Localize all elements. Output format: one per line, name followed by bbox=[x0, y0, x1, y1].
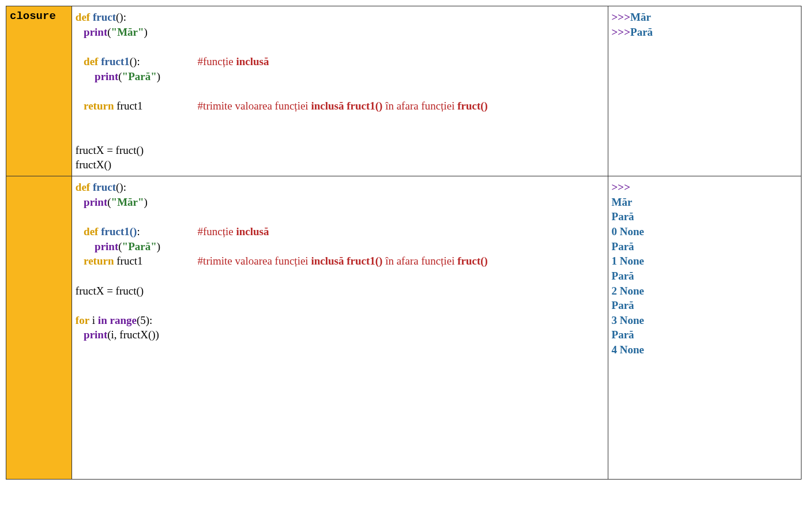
output-cell: >>> Măr Pară 0 None Pară 1 None Pară 2 N… bbox=[608, 176, 801, 480]
comment: în afara funcției bbox=[382, 100, 457, 112]
kw-def: def bbox=[84, 225, 98, 237]
ret-target: fruct1 bbox=[114, 100, 142, 112]
out-line: Pară bbox=[612, 240, 634, 252]
out-line: Măr bbox=[612, 196, 633, 208]
comment: #funcție bbox=[197, 225, 236, 237]
assign: fructX = fruct() bbox=[76, 144, 144, 156]
comment: în afara funcției bbox=[382, 255, 457, 267]
parens: (): bbox=[116, 11, 126, 23]
out-line: Măr bbox=[630, 11, 651, 23]
parens1: () bbox=[130, 225, 137, 237]
loop-close: ): bbox=[146, 314, 153, 326]
builtin-print: print bbox=[95, 70, 118, 82]
str-para: "Pară" bbox=[122, 240, 157, 252]
p-close: ) bbox=[144, 196, 148, 208]
comment: #trimite valoarea funcției bbox=[198, 100, 311, 112]
builtin-print: print bbox=[95, 240, 118, 252]
p-close: ) bbox=[157, 240, 160, 252]
kw-return: return bbox=[84, 100, 114, 112]
out-line: 4 None bbox=[612, 344, 644, 356]
label-text: closure bbox=[10, 10, 56, 22]
parens: (): bbox=[116, 181, 126, 193]
kw-def: def bbox=[76, 181, 90, 193]
comment-bold: fruct() bbox=[457, 100, 488, 112]
prompt: >>> bbox=[612, 26, 630, 38]
code-cell: def fruct(): print("Măr") def fruct1(): … bbox=[72, 6, 608, 176]
prompt: >>> bbox=[612, 181, 630, 193]
colon: : bbox=[137, 225, 140, 237]
ret-target: fruct1 bbox=[114, 255, 142, 267]
comment-bold: inclusă fruct1() bbox=[311, 255, 382, 267]
out-line: Pară bbox=[612, 299, 634, 311]
row-label-empty bbox=[6, 176, 72, 480]
kw-def: def bbox=[84, 55, 98, 67]
out-line: 1 None bbox=[612, 255, 644, 267]
table-row: closure def fruct(): print("Măr") def fr… bbox=[6, 6, 802, 176]
out-line: Pară bbox=[630, 26, 653, 38]
out-line: Pară bbox=[612, 210, 634, 222]
comment: #trimite valoarea funcției bbox=[198, 255, 311, 267]
out-line: 3 None bbox=[612, 314, 644, 326]
kw-for: for bbox=[76, 314, 89, 326]
fn-fruct: fruct bbox=[93, 11, 116, 23]
p-close: ) bbox=[157, 70, 160, 82]
examples-table: closure def fruct(): print("Măr") def fr… bbox=[6, 6, 802, 480]
builtin-range: range bbox=[110, 314, 136, 326]
row-label-closure: closure bbox=[6, 6, 72, 176]
comment: #funcție bbox=[197, 55, 236, 67]
builtin-print: print bbox=[84, 329, 107, 341]
kw-in: in bbox=[98, 314, 107, 326]
str-para: "Pară" bbox=[122, 70, 157, 82]
assign: fructX = fruct() bbox=[76, 285, 144, 297]
fn-fruct1: fruct1 bbox=[101, 225, 130, 237]
comment-bold: inclusă bbox=[236, 225, 269, 237]
comment-bold: fruct() bbox=[457, 255, 488, 267]
str-mar: "Măr" bbox=[111, 196, 144, 208]
call: fructX() bbox=[76, 159, 111, 171]
comment-bold: inclusă fruct1() bbox=[311, 100, 382, 112]
builtin-print: print bbox=[84, 196, 107, 208]
out-line: Pară bbox=[612, 329, 634, 341]
fn-fruct1: fruct1 bbox=[101, 55, 130, 67]
out-line: 2 None bbox=[612, 285, 644, 297]
prompt: >>> bbox=[612, 11, 630, 23]
num-5: 5 bbox=[140, 314, 146, 326]
print-args: (i, fructX()) bbox=[107, 329, 159, 341]
output-cell: >>>Măr >>>Pară bbox=[608, 6, 801, 176]
builtin-print: print bbox=[84, 26, 107, 38]
fn-fruct: fruct bbox=[93, 181, 116, 193]
kw-return: return bbox=[84, 255, 114, 267]
str-mar: "Măr" bbox=[111, 26, 144, 38]
var-i: i bbox=[89, 314, 98, 326]
out-line: 0 None bbox=[612, 225, 644, 237]
out-line: Pară bbox=[612, 270, 634, 282]
p-close: ) bbox=[144, 26, 148, 38]
code-cell: def fruct(): print("Măr") def fruct1(): … bbox=[72, 176, 608, 480]
kw-def: def bbox=[76, 11, 90, 23]
parens: (): bbox=[130, 55, 140, 67]
table-row: def fruct(): print("Măr") def fruct1(): … bbox=[6, 176, 802, 480]
comment-bold: inclusă bbox=[236, 55, 269, 67]
